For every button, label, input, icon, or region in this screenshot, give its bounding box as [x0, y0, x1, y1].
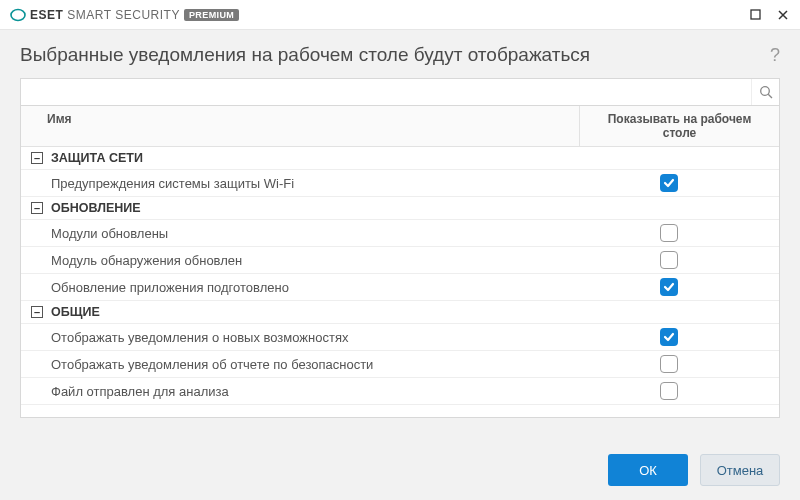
collapse-icon[interactable]: –: [31, 202, 43, 214]
show-checkbox[interactable]: [660, 224, 678, 242]
page-header: Выбранные уведомления на рабочем столе б…: [0, 30, 800, 78]
show-checkbox[interactable]: [660, 355, 678, 373]
svg-point-0: [11, 9, 25, 20]
svg-rect-1: [751, 10, 760, 19]
help-icon[interactable]: ?: [770, 45, 780, 66]
column-name: Имя: [21, 106, 579, 146]
group-row[interactable]: –ОБНОВЛЕНИЕ: [21, 197, 779, 220]
table-row: Обновление приложения подготовлено: [21, 274, 779, 301]
collapse-icon[interactable]: –: [31, 306, 43, 318]
ok-button[interactable]: ОК: [608, 454, 688, 486]
maximize-icon[interactable]: [748, 8, 762, 22]
show-checkbox[interactable]: [660, 278, 678, 296]
group-label: ЗАЩИТА СЕТИ: [51, 151, 143, 165]
item-label: Файл отправлен для анализа: [31, 384, 569, 399]
show-checkbox[interactable]: [660, 382, 678, 400]
table-row: Модули обновлены: [21, 220, 779, 247]
group-row[interactable]: –ОБЩИЕ: [21, 301, 779, 324]
footer: ОК Отмена: [0, 440, 800, 500]
table-row: Предупреждения системы защиты Wi-Fi: [21, 170, 779, 197]
titlebar: ESET SMART SECURITY PREMIUM: [0, 0, 800, 30]
table-row: Модуль обнаружения обновлен: [21, 247, 779, 274]
group-label: ОБЩИЕ: [51, 305, 100, 319]
page-title: Выбранные уведомления на рабочем столе б…: [20, 44, 590, 66]
eset-logo-icon: [10, 7, 26, 23]
brand-eset: ESET: [30, 8, 63, 22]
item-label: Обновление приложения подготовлено: [31, 280, 569, 295]
group-label: ОБНОВЛЕНИЕ: [51, 201, 141, 215]
notifications-table: Имя Показывать на рабочем столе –ЗАЩИТА …: [20, 106, 780, 418]
table-row: Отображать уведомления о новых возможнос…: [21, 324, 779, 351]
window-controls: [748, 8, 790, 22]
table-row: Отображать уведомления об отчете по безо…: [21, 351, 779, 378]
table-body: –ЗАЩИТА СЕТИПредупреждения системы защит…: [21, 147, 779, 417]
item-label: Модуль обнаружения обновлен: [31, 253, 569, 268]
cancel-button[interactable]: Отмена: [700, 454, 780, 486]
brand-premium-badge: PREMIUM: [184, 9, 239, 21]
svg-point-2: [760, 87, 769, 96]
item-label: Отображать уведомления об отчете по безо…: [31, 357, 569, 372]
item-label: Отображать уведомления о новых возможнос…: [31, 330, 569, 345]
search-icon[interactable]: [751, 79, 779, 105]
item-label: Модули обновлены: [31, 226, 569, 241]
show-checkbox[interactable]: [660, 174, 678, 192]
table-header: Имя Показывать на рабочем столе: [21, 106, 779, 147]
table-row: Файл отправлен для анализа: [21, 378, 779, 405]
group-row[interactable]: –ЗАЩИТА СЕТИ: [21, 147, 779, 170]
brand-smart: SMART SECURITY: [67, 8, 180, 22]
column-show: Показывать на рабочем столе: [579, 106, 779, 146]
item-label: Предупреждения системы защиты Wi-Fi: [31, 176, 569, 191]
brand: ESET SMART SECURITY PREMIUM: [10, 7, 239, 23]
show-checkbox[interactable]: [660, 251, 678, 269]
search-bar: [20, 78, 780, 106]
show-checkbox[interactable]: [660, 328, 678, 346]
collapse-icon[interactable]: –: [31, 152, 43, 164]
close-icon[interactable]: [776, 8, 790, 22]
search-input[interactable]: [21, 79, 751, 105]
